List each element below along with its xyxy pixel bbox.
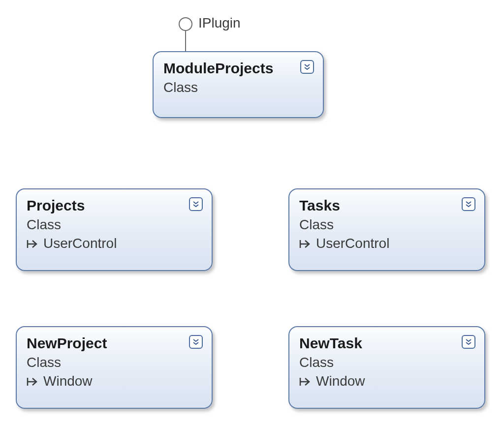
base-arrow-icon <box>27 239 39 249</box>
class-stereotype: Class <box>299 355 474 370</box>
class-name: Projects <box>27 197 202 214</box>
lollipop-stem <box>185 31 186 51</box>
expand-button[interactable] <box>189 335 203 349</box>
class-base-text: UserControl <box>43 236 117 251</box>
expand-button[interactable] <box>300 60 314 74</box>
class-base: Window <box>299 373 474 389</box>
diagram-canvas: IPlugin ModuleProjects Class Projects Cl… <box>0 0 504 426</box>
base-arrow-icon <box>27 376 39 387</box>
class-box-newtask[interactable]: NewTask Class Window <box>288 326 485 409</box>
hollow-circle-icon <box>179 17 192 31</box>
class-base-text: UserControl <box>316 236 389 251</box>
class-base-text: Window <box>43 373 93 389</box>
class-stereotype: Class <box>163 80 313 95</box>
base-arrow-icon <box>299 376 312 387</box>
class-stereotype: Class <box>27 355 202 370</box>
class-base: Window <box>27 373 202 389</box>
base-arrow-icon <box>299 239 312 249</box>
class-box-projects[interactable]: Projects Class UserControl <box>16 188 213 271</box>
class-name: NewTask <box>299 335 474 352</box>
class-name: NewProject <box>27 335 202 352</box>
class-box-newproject[interactable]: NewProject Class Window <box>16 326 213 409</box>
class-stereotype: Class <box>27 217 202 233</box>
class-box-tasks[interactable]: Tasks Class UserControl <box>288 188 485 271</box>
class-name: Tasks <box>299 197 474 214</box>
expand-button[interactable] <box>189 197 203 211</box>
expand-button[interactable] <box>462 197 475 211</box>
chevron-double-down-icon <box>465 338 472 346</box>
expand-button[interactable] <box>462 335 475 349</box>
chevron-double-down-icon <box>465 200 472 208</box>
chevron-double-down-icon <box>303 63 311 71</box>
class-base: UserControl <box>299 236 474 251</box>
chevron-double-down-icon <box>192 338 200 346</box>
interface-lollipop: IPlugin <box>179 17 192 31</box>
class-box-moduleprojects[interactable]: ModuleProjects Class <box>153 51 324 118</box>
class-stereotype: Class <box>299 217 474 233</box>
class-base-text: Window <box>316 373 365 389</box>
chevron-double-down-icon <box>192 200 200 208</box>
class-name: ModuleProjects <box>163 60 313 77</box>
class-base: UserControl <box>27 236 202 251</box>
interface-label: IPlugin <box>198 15 241 31</box>
